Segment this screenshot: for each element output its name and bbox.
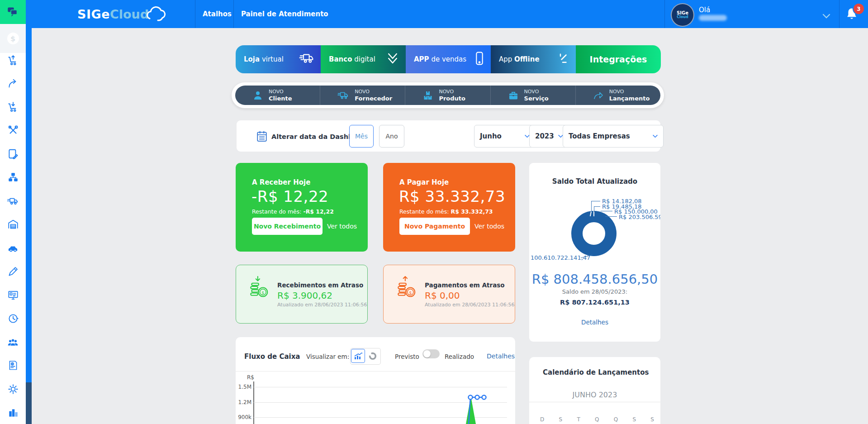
saldo-detalhes-link[interactable]: Detalhes <box>529 319 660 326</box>
integracoes-button[interactable]: Integrações <box>576 45 661 73</box>
calendario-month: JUNHO 2023 <box>529 391 660 399</box>
clock-history-icon <box>7 313 19 324</box>
boxes-icon <box>422 90 433 101</box>
sidebar-item-users[interactable] <box>7 336 19 348</box>
chart-view-donut-button[interactable] <box>365 349 379 363</box>
sidebar-item-vehicles[interactable] <box>7 242 19 254</box>
donut-leader-line <box>594 206 594 212</box>
dollar-coin-icon: $ <box>7 33 19 44</box>
car-icon <box>7 242 19 254</box>
users-group-icon <box>7 336 19 348</box>
menu-atalhos[interactable]: Atalhos <box>203 0 232 28</box>
sidebar-item-warehouse[interactable] <box>7 218 19 230</box>
fluxo-divider <box>236 371 515 372</box>
sidebar-item-notes[interactable] <box>7 148 19 160</box>
sidebar-item-structure[interactable] <box>7 171 19 183</box>
pagar-ver-todos-link[interactable]: Ver todos <box>474 223 504 230</box>
previsto-realizado-toggle[interactable] <box>422 349 440 358</box>
month-select[interactable]: Junho <box>474 125 536 148</box>
novo-cliente-button[interactable]: NOVO Cliente <box>235 86 320 105</box>
day-header: Q <box>595 416 599 423</box>
novo-bar: NOVO Cliente NOVO Fornecedor <box>235 86 660 105</box>
novo-label: NOVO <box>524 89 549 95</box>
sidebar-item-chat[interactable] <box>0 0 26 24</box>
saldo-total-value: R$ 808.458.656,50 <box>529 272 660 287</box>
chart-view-line-button[interactable] <box>351 349 365 363</box>
novo-recebimento-button[interactable]: Novo Recebimento <box>252 218 323 235</box>
novo-cliente-label: Cliente <box>269 95 292 102</box>
sidebar-item-settings[interactable] <box>7 383 19 395</box>
receber-ver-todos-link[interactable]: Ver todos <box>327 223 357 230</box>
recebimentos-atraso-card: $ Recebimentos em Atraso R$ 3.900,62 Atu… <box>236 265 368 324</box>
integracoes-label: Integrações <box>590 54 647 64</box>
coins-up-icon: $ <box>396 275 417 300</box>
sidebar-item-services-tools[interactable] <box>7 124 19 136</box>
gridline <box>254 387 507 387</box>
saldo-title: Saldo Total Atualizado <box>529 177 660 186</box>
banco-rest: digital <box>352 55 375 63</box>
pagamentos-atraso-title: Pagamentos em Atraso <box>425 281 505 289</box>
sidebar-item-delivery[interactable] <box>7 195 19 207</box>
realizado-area-spike <box>466 396 476 424</box>
ytick-1-2M: 1.2M <box>233 399 251 405</box>
offline-sync-icon <box>556 52 569 67</box>
day-header: T <box>577 416 580 423</box>
sidebar-scrollbar-track[interactable] <box>26 0 32 382</box>
app-offline-pre: App <box>499 55 514 63</box>
period-ano-button[interactable]: Ano <box>379 125 404 148</box>
novo-lancamento-button[interactable]: NOVO Lançamento <box>575 86 660 105</box>
saldo-donut-chart[interactable] <box>571 211 617 256</box>
sige-cloud-dashboard: $ <box>0 0 868 424</box>
calendario-day-headers: D S T Q Q S S <box>540 416 654 423</box>
novo-produto-button[interactable]: NOVO Produto <box>405 86 490 105</box>
day-header: D <box>540 416 544 423</box>
banco-bold: Banco <box>329 55 352 63</box>
novo-fornecedor-button[interactable]: NOVO Fornecedor <box>320 86 405 105</box>
sidebar-item-signature[interactable] <box>7 265 19 277</box>
day-header: S <box>650 416 654 423</box>
sidebar-item-history[interactable] <box>7 312 19 324</box>
sidebar-item-sales[interactable] <box>7 100 19 113</box>
warehouse-icon <box>7 219 19 230</box>
period-mes-button[interactable]: Mês <box>349 125 374 148</box>
user-avatar[interactable]: SIGe Cloud <box>671 3 694 27</box>
sidebar-scrollbar-thumb[interactable] <box>26 382 32 424</box>
sidebar-item-purchases[interactable] <box>7 54 19 66</box>
banco-digital-button[interactable]: Banco digital <box>321 45 406 73</box>
day-header: S <box>632 416 636 423</box>
double-chevron-down-icon <box>386 52 399 67</box>
data-point-marker[interactable] <box>469 395 473 400</box>
year-select-value: 2023 <box>535 132 554 140</box>
pagar-amount: R$ 33.332,73 <box>399 187 505 205</box>
data-point-marker[interactable] <box>482 395 486 400</box>
chevron-down-icon <box>653 135 658 138</box>
sidebar-item-reports[interactable] <box>7 406 19 419</box>
menu-painel-atendimento[interactable]: Painel de Atendimento <box>241 0 328 28</box>
line-chart-icon <box>354 353 362 360</box>
coins-down-icon: $ <box>249 275 270 300</box>
novo-pagamento-button[interactable]: Novo Pagamento <box>399 218 470 235</box>
sidebar-item-invoices[interactable] <box>7 359 19 372</box>
app-vendas-rest: de vendas <box>429 55 466 63</box>
data-point-marker[interactable] <box>475 395 479 400</box>
novo-servico-button[interactable]: NOVO Serviço <box>490 86 575 105</box>
recebimentos-atraso-amount: R$ 3.900,62 <box>277 290 332 301</box>
sidebar-item-finance[interactable]: $ <box>0 24 26 53</box>
company-select[interactable]: Todas Empresas <box>563 125 664 148</box>
app-vendas-button[interactable]: APP de vendas <box>406 45 491 73</box>
sitemap-icon <box>7 172 19 183</box>
header-divider <box>233 0 234 28</box>
app-vendas-bold: APP <box>414 55 429 63</box>
invoice-icon <box>7 360 19 372</box>
sige-cloud-logo[interactable]: SIGeCloud <box>77 0 166 28</box>
user-menu-chevron[interactable] <box>822 12 830 20</box>
fluxo-chart-series[interactable] <box>461 389 493 424</box>
sidebar-item-share[interactable] <box>7 77 19 90</box>
header-divider <box>839 0 840 28</box>
sidebar-item-crm[interactable] <box>7 289 19 301</box>
fluxo-visualizar-label: Visualizar em: <box>306 353 349 360</box>
person-icon <box>252 90 263 101</box>
fluxo-detalhes-link[interactable]: Detalhes <box>487 353 515 360</box>
app-offline-button[interactable]: App Offline <box>491 45 576 73</box>
loja-virtual-button[interactable]: Loja virtual <box>236 45 321 73</box>
